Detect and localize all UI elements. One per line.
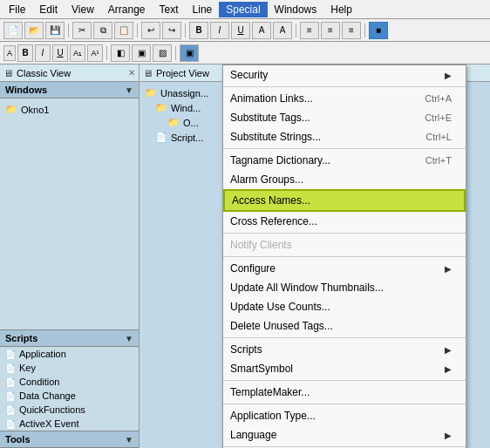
smartsymbol-label: SmartSymbol: [230, 363, 293, 375]
script-key[interactable]: 📄 Key: [0, 361, 139, 375]
update-counts-label: Update Use Counts...: [230, 301, 330, 313]
script-icon-condition: 📄: [5, 377, 16, 387]
menu-help[interactable]: Help: [323, 2, 359, 17]
align-left-btn[interactable]: ≡: [300, 22, 319, 39]
align-right-btn[interactable]: ≡: [342, 22, 361, 39]
italic-btn2[interactable]: I: [35, 44, 51, 62]
fill-btn[interactable]: ▣: [180, 44, 199, 62]
al-center2[interactable]: ▣: [132, 44, 151, 62]
scripts-arrow-icon: ▼: [125, 334, 133, 343]
new-btn[interactable]: 📄: [3, 22, 23, 39]
language-label: Language: [230, 429, 276, 441]
smartsymbol-arrow-icon: ▶: [445, 364, 452, 374]
classic-view-tab[interactable]: 🖥 Classic View ✕: [0, 64, 139, 82]
menu-view[interactable]: View: [65, 2, 101, 17]
menu-item-substitute-tags[interactable]: Substitute Tags... Ctrl+E: [223, 108, 466, 127]
al-left2[interactable]: ◧: [111, 44, 130, 62]
menu-windows[interactable]: Windows: [268, 2, 324, 17]
sep-3: [223, 233, 466, 234]
script-icon-activex-event: 📄: [5, 419, 16, 429]
undo-btn[interactable]: ↩: [141, 22, 160, 39]
font-size-btn[interactable]: A: [252, 22, 271, 39]
sep4: [296, 24, 296, 37]
menu-arrange[interactable]: Arrange: [101, 2, 153, 17]
tools-section-header[interactable]: Tools ▼: [0, 431, 139, 448]
toolbar-1: 📄 📂 💾 ✂ ⧉ 📋 ↩ ↪ B I U A A ≡ ≡ ≡ ■: [0, 19, 490, 42]
configure-label: Configure: [230, 262, 276, 275]
menu-item-security[interactable]: Security ▶: [223, 65, 466, 85]
script-key-label: Key: [19, 363, 36, 373]
scripts-section-header[interactable]: Scripts ▼: [0, 330, 139, 347]
bold-btn2[interactable]: B: [17, 44, 33, 62]
cross-reference-label: Cross Reference...: [230, 215, 317, 227]
menu-text[interactable]: Text: [153, 2, 186, 17]
menu-item-access-names[interactable]: Access Names...: [223, 189, 466, 212]
sep6: [106, 46, 107, 60]
menu-item-template-maker[interactable]: TemplateMaker...: [223, 383, 466, 402]
copy-btn[interactable]: ⧉: [93, 22, 112, 39]
menu-item-alarm-groups[interactable]: Alarm Groups...: [223, 170, 466, 189]
menu-item-substitute-strings[interactable]: Substitute Strings... Ctrl+L: [223, 127, 466, 146]
classic-view-icon: 🖥: [3, 68, 13, 78]
save-btn[interactable]: 💾: [45, 22, 65, 39]
underline-btn[interactable]: U: [231, 22, 250, 39]
sep-8: [223, 446, 466, 447]
paste-btn[interactable]: 📋: [114, 22, 133, 39]
menu-item-smartsymbol[interactable]: SmartSymbol ▶: [223, 359, 466, 378]
classic-view-close[interactable]: ✕: [128, 68, 135, 78]
open-btn[interactable]: 📂: [24, 22, 44, 39]
al-right2[interactable]: ▨: [153, 44, 172, 62]
security-arrow-icon: ▶: [445, 71, 452, 80]
subscript-btn[interactable]: A₁: [70, 44, 85, 62]
tree-item-okno1[interactable]: 📁 Okno1: [3, 102, 135, 117]
tree-item-okno1-label: Okno1: [21, 105, 49, 115]
script-condition[interactable]: 📄 Condition: [0, 375, 139, 389]
menu-item-cross-reference[interactable]: Cross Reference...: [223, 212, 466, 231]
menu-item-update-counts[interactable]: Update Use Counts...: [223, 297, 466, 316]
menu-line[interactable]: Line: [186, 2, 220, 17]
menu-item-language[interactable]: Language ▶: [223, 425, 466, 445]
italic-btn[interactable]: I: [210, 22, 229, 39]
script-icon-key: 📄: [5, 363, 16, 373]
menu-edit[interactable]: Edit: [32, 2, 65, 17]
bold-btn[interactable]: B: [189, 22, 208, 39]
font-label-btn[interactable]: A: [3, 45, 16, 61]
scripts-arrow-icon: ▶: [445, 345, 452, 355]
tools-arrow-icon: ▼: [125, 435, 133, 445]
script-application[interactable]: 📄 Application: [0, 347, 139, 361]
windows-tree: 📁 Okno1: [0, 98, 139, 329]
menu-item-scripts[interactable]: Scripts ▶: [223, 340, 466, 359]
sep2: [137, 24, 138, 37]
right-doc-icon-3: 📄: [155, 132, 167, 143]
script-data-change[interactable]: 📄 Data Change: [0, 389, 139, 403]
redo-btn[interactable]: ↪: [162, 22, 181, 39]
tagname-dictionary-label: Tagname Dictionary...: [230, 154, 330, 166]
right-folder-icon-0: 📁: [145, 87, 157, 98]
script-icon-data-change: 📄: [5, 391, 16, 401]
left-panel: 🖥 Classic View ✕ Windows ▼ 📁 Okno1 Scrip…: [0, 64, 140, 448]
superscript-btn[interactable]: A¹: [87, 44, 103, 62]
special-dropdown-menu: Security ▶ Animation Links... Ctrl+A Sub…: [222, 64, 466, 448]
cut-btn[interactable]: ✂: [72, 22, 92, 39]
align-center-btn[interactable]: ≡: [321, 22, 340, 39]
menu-special[interactable]: Special: [219, 2, 267, 17]
color-btn[interactable]: ■: [369, 22, 388, 39]
menu-item-application-type[interactable]: Application Type...: [223, 406, 466, 425]
script-icon-quickfunctions: 📄: [5, 405, 16, 415]
folder-icon: 📁: [5, 104, 17, 115]
menu-item-delete-tags[interactable]: Delete Unused Tags...: [223, 316, 466, 336]
toolbar-2: A B I U A₁ A¹ ◧ ▣ ▨ ▣: [0, 42, 490, 64]
script-icon-application: 📄: [5, 350, 16, 359]
script-activex-event[interactable]: 📄 ActiveX Event: [0, 417, 139, 431]
font-color-btn[interactable]: A: [273, 22, 292, 39]
panels-area: 🖥 Classic View ✕ Windows ▼ 📁 Okno1 Scrip…: [0, 64, 490, 448]
menu-item-tagname-dictionary[interactable]: Tagname Dictionary... Ctrl+T: [223, 151, 466, 170]
menu-item-configure[interactable]: Configure ▶: [223, 259, 466, 278]
menu-item-update-thumbnails[interactable]: Update All Window Thumbnails...: [223, 278, 466, 297]
script-quickfunctions[interactable]: 📄 QuickFunctions: [0, 403, 139, 417]
menu-file[interactable]: File: [2, 2, 32, 17]
menu-item-animation-links[interactable]: Animation Links... Ctrl+A: [223, 89, 466, 108]
language-arrow-icon: ▶: [445, 431, 452, 440]
windows-section-header[interactable]: Windows ▼: [0, 82, 139, 98]
underline-btn2[interactable]: U: [52, 44, 68, 62]
